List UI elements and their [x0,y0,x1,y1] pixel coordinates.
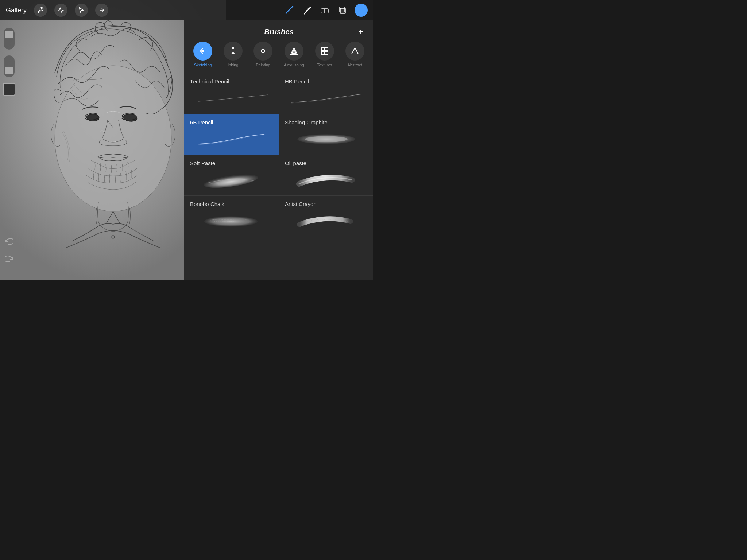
svg-point-9 [202,50,204,52]
airbrushing-icon [285,42,303,61]
brush-bonobo-chalk[interactable]: Bonobo Chalk [184,196,279,236]
selection-button[interactable] [75,4,88,17]
svg-rect-14 [321,48,324,51]
brush-grid: Technical Pencil HB Pencil 6B Pencil [184,73,374,236]
brush-oil-pastel[interactable]: Oil pastel [279,155,374,195]
brush-6b-pencil[interactable]: 6B Pencil [184,114,279,155]
textures-label: Textures [317,63,332,67]
brush-artist-crayon[interactable]: Artist Crayon [279,196,374,236]
size-slider[interactable] [4,28,15,50]
brush-tool[interactable] [285,5,295,15]
airbrushing-label: Airbrushing [284,63,304,67]
abstract-label: Abstract [347,63,362,67]
svg-point-22 [204,216,258,226]
brush-stroke-6b-pencil [190,128,273,149]
svg-point-20 [305,136,348,142]
svg-rect-16 [321,51,324,54]
redo-button[interactable] [3,252,16,265]
svg-rect-4 [340,8,345,13]
tab-painting[interactable]: Painting [253,42,272,67]
sketching-icon [193,42,212,61]
tab-sketching[interactable]: Sketching [193,42,212,67]
top-bar-right [285,4,368,17]
gallery-button[interactable]: Gallery [6,7,27,14]
top-bar: Gallery [0,0,374,20]
svg-rect-17 [325,51,328,54]
tab-textures[interactable]: Textures [315,42,334,67]
brush-name-shading-graphite: Shading Graphite [285,119,368,125]
brush-name-bonobo-chalk: Bonobo Chalk [190,201,273,207]
brush-name-technical-pencil: Technical Pencil [190,78,273,85]
brushes-header: Brushes + [184,20,374,42]
user-avatar[interactable] [355,4,368,17]
undo-button[interactable] [3,235,16,248]
top-bar-left: Gallery [6,4,108,17]
brush-stroke-oil-pastel [285,168,368,190]
eraser-tool[interactable] [320,5,330,15]
color-picker[interactable] [3,83,15,96]
magic-button[interactable] [54,4,67,17]
transform-button[interactable] [95,4,108,17]
brushes-panel: Brushes + Sketching Inking [184,20,374,280]
size-slider-thumb [5,31,13,38]
painting-icon [253,42,272,61]
brush-shading-graphite[interactable]: Shading Graphite [279,114,374,155]
brush-stroke-bonobo-chalk [190,209,273,231]
brush-name-oil-pastel: Oil pastel [285,160,368,166]
category-tabs: Sketching Inking Painting [184,42,374,73]
brush-name-hb-pencil: HB Pencil [285,78,368,85]
brush-stroke-technical-pencil [190,87,273,109]
brush-stroke-shading-graphite [285,128,368,149]
brush-hb-pencil[interactable]: HB Pencil [279,73,374,114]
svg-marker-18 [352,48,358,54]
tab-airbrushing[interactable]: Airbrushing [284,42,304,67]
textures-icon [315,42,334,61]
brush-stroke-artist-crayon [285,209,368,231]
brush-technical-pencil[interactable]: Technical Pencil [184,73,279,114]
brush-name-artist-crayon: Artist Crayon [285,201,368,207]
tab-inking[interactable]: Inking [224,42,243,67]
inking-label: Inking [228,63,238,67]
opacity-slider-thumb [5,67,13,74]
inking-icon [224,42,243,61]
brush-name-soft-pastel: Soft Pastel [190,160,273,166]
wrench-button[interactable] [34,4,47,17]
painting-label: Painting [256,63,270,67]
opacity-slider[interactable] [4,55,15,77]
svg-rect-15 [325,48,328,51]
abstract-icon [345,42,364,61]
add-brush-button[interactable]: + [355,26,366,37]
tab-abstract[interactable]: Abstract [345,42,364,67]
brush-name-6b-pencil: 6B Pencil [190,119,273,125]
svg-rect-1 [321,9,328,13]
sketching-label: Sketching [194,63,212,67]
brushes-title: Brushes [202,28,355,36]
brush-stroke-soft-pastel [190,168,273,190]
svg-point-10 [232,47,234,49]
layers-tool[interactable] [337,5,347,15]
brush-stroke-hb-pencil [285,87,368,109]
pen-tool[interactable] [302,5,312,15]
undo-redo-area [0,235,18,265]
brush-soft-pastel[interactable]: Soft Pastel [184,155,279,195]
